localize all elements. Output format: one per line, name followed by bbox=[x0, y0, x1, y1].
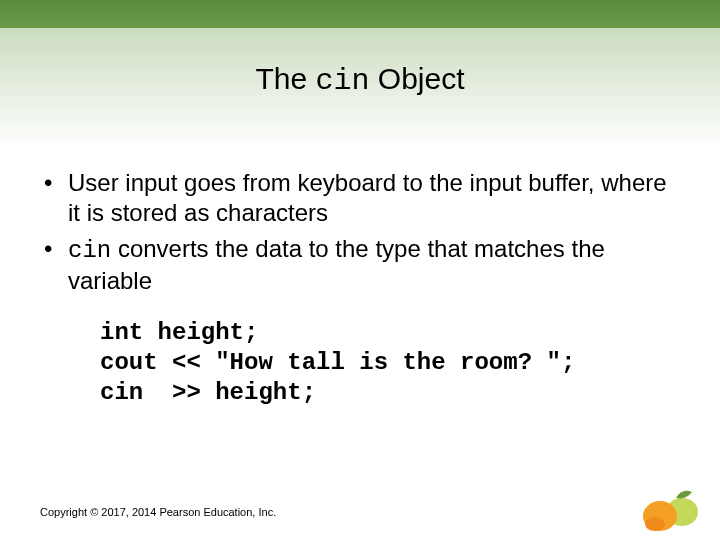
footer: Copyright © 2017, 2014 Pearson Education… bbox=[40, 503, 680, 518]
bullet-text-span: converts the data to the type that match… bbox=[68, 235, 605, 294]
bullet-code-span: cin bbox=[68, 237, 111, 264]
code-block: int height; cout << "How tall is the roo… bbox=[100, 318, 680, 408]
copyright-text: Copyright © 2017, 2014 Pearson Education… bbox=[40, 506, 276, 518]
bullet-item: cin converts the data to the type that m… bbox=[40, 234, 680, 296]
svg-point-2 bbox=[645, 517, 665, 531]
title-code: cin bbox=[315, 64, 369, 98]
content-area: User input goes from keyboard to the inp… bbox=[40, 168, 680, 408]
bullet-list: User input goes from keyboard to the inp… bbox=[40, 168, 680, 296]
title-pre: The bbox=[255, 62, 315, 95]
bullet-item: User input goes from keyboard to the inp… bbox=[40, 168, 680, 228]
title-post: Object bbox=[370, 62, 465, 95]
page-number: 3-5 bbox=[651, 503, 670, 518]
slide-title: The cin Object bbox=[0, 62, 720, 98]
top-color-band bbox=[0, 0, 720, 28]
bullet-text-span: User input goes from keyboard to the inp… bbox=[68, 169, 667, 226]
